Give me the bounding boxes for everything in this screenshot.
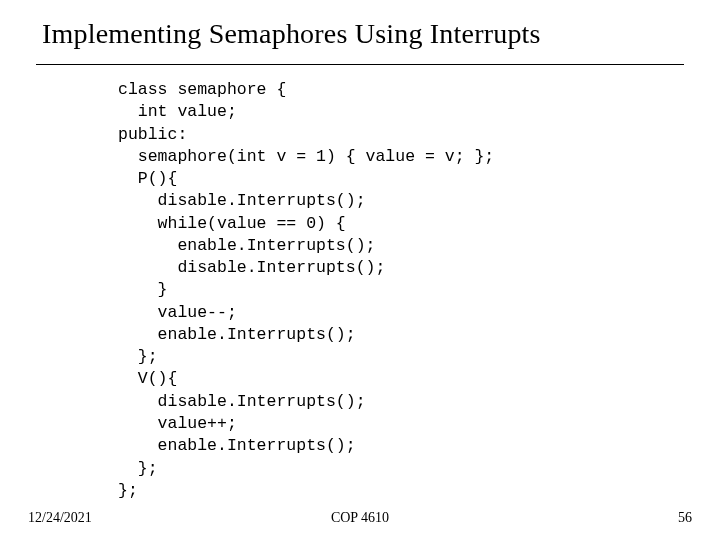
slide-title: Implementing Semaphores Using Interrupts [36,18,684,65]
footer-page-number: 56 [678,510,692,526]
code-block: class semaphore { int value; public: sem… [118,79,684,502]
footer-date: 12/24/2021 [28,510,92,526]
footer-course: COP 4610 [331,510,389,526]
slide: Implementing Semaphores Using Interrupts… [0,0,720,540]
